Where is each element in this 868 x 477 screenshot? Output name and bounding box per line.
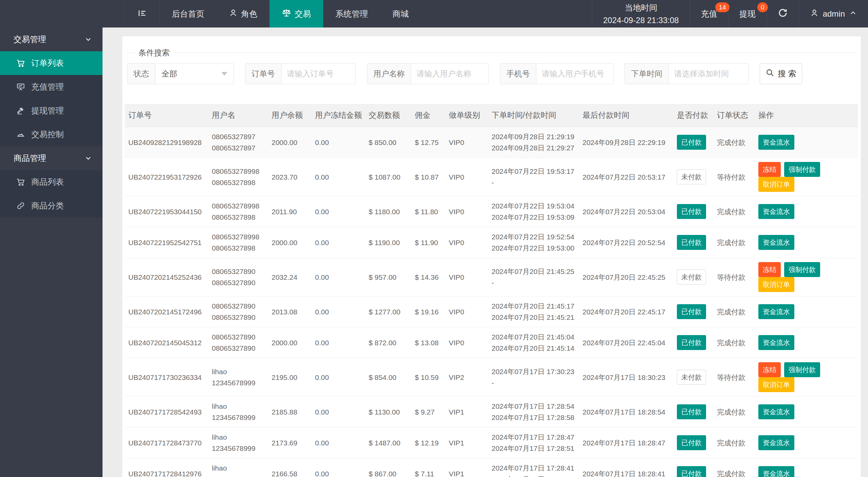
sidebar-item-label: 交易控制 <box>31 129 64 140</box>
sidebar-item-label: 订单列表 <box>31 58 64 69</box>
phone-filter-label: 手机号 <box>500 63 536 84</box>
recharge-button[interactable]: 充值 14 <box>690 0 728 27</box>
last-pay-time-cell-text: 2024年07月22日 20:52:54 <box>583 237 670 248</box>
nav-item-trade[interactable]: 交易 <box>270 0 323 27</box>
action-flow-button[interactable]: 资金流水 <box>758 404 794 419</box>
sidebar-item-trade-control[interactable]: 交易控制 <box>0 123 103 146</box>
order-pay-time-cell-text: 2024年07月17日 17:28:41 <box>492 462 576 474</box>
action-freeze-button[interactable]: 冻结 <box>758 362 781 377</box>
unpaid-badge[interactable]: 未付款 <box>677 169 706 184</box>
order-no-cell: UB2407221952542751 <box>125 227 208 258</box>
nav-item-roles[interactable]: 角色 <box>217 0 270 27</box>
action-cancel-button[interactable]: 取消订单 <box>758 177 794 192</box>
balance-cell: 2166.58 <box>268 458 312 477</box>
admin-menu[interactable]: admin <box>799 0 868 27</box>
user-cell-text: 12345678999 <box>212 474 265 477</box>
amount-cell: $ 1190.00 <box>365 227 411 258</box>
paid-status-cell: 已付款 <box>673 397 714 427</box>
order-no-filter-label: 订单号 <box>245 63 281 84</box>
paid-badge[interactable]: 已付款 <box>677 404 706 419</box>
amount-cell: $ 1277.00 <box>365 296 411 327</box>
action-cancel-button[interactable]: 取消订单 <box>758 277 794 292</box>
amount-cell: $ 872.00 <box>365 327 411 358</box>
amount-cell-text: $ 1180.00 <box>369 206 408 217</box>
action-flow-button[interactable]: 资金流水 <box>758 235 794 250</box>
unpaid-badge[interactable]: 未付款 <box>677 270 706 285</box>
action-flow-button[interactable]: 资金流水 <box>758 135 794 150</box>
sidebar-item-withdraw-management[interactable]: 提现管理 <box>0 99 103 123</box>
order-pay-time-cell-text: 2024年07月20日 21:45:21 <box>492 312 576 323</box>
action-flow-button[interactable]: 资金流水 <box>758 304 794 319</box>
paid-badge[interactable]: 已付款 <box>677 235 706 250</box>
sidebar: 交易管理 订单列表 充值管理 提现管理 交易控制 <box>0 27 103 477</box>
balance-cell: 2000.00 <box>268 127 312 158</box>
local-time-value: 2024-09-28 21:33:08 <box>603 14 679 26</box>
action-freeze-button[interactable]: 冻结 <box>758 262 781 277</box>
order-no-cell: UB2407202145172496 <box>125 296 208 327</box>
last-pay-time-cell: 2024年09月28日 22:29:19 <box>579 127 673 158</box>
gauge-icon <box>16 130 25 139</box>
actions-cell: 资金流水 <box>755 196 858 227</box>
order-pay-time-cell-text: 2024年07月22日 19:52:54 <box>492 231 576 242</box>
sidebar-group-product-items: 商品列表 商品分类 <box>0 170 103 218</box>
sidebar-toggle-button[interactable] <box>125 0 160 27</box>
nav-label: 后台首页 <box>172 8 204 19</box>
order-no-input[interactable] <box>281 63 355 84</box>
user-cell-text: lihao <box>212 366 265 377</box>
order-no-cell-text: UB2407202145172496 <box>128 306 205 317</box>
column-header-3: 用户冻结金额 <box>312 104 365 127</box>
vip-level-cell: VIP1 <box>445 427 488 458</box>
action-freeze-button[interactable]: 冻结 <box>758 162 781 177</box>
sidebar-group-product-management[interactable]: 商品管理 <box>0 146 103 170</box>
amount-cell: $ 1487.00 <box>365 427 411 458</box>
sidebar-item-product-category[interactable]: 商品分类 <box>0 194 103 218</box>
sidebar-group-trade-management[interactable]: 交易管理 <box>0 27 103 51</box>
paid-badge[interactable]: 已付款 <box>677 466 706 477</box>
frozen-cell: 0.00 <box>312 358 365 397</box>
sidebar-item-order-list[interactable]: 订单列表 <box>0 51 103 75</box>
action-force-button[interactable]: 强制付款 <box>784 162 820 177</box>
vip-level-cell: VIP1 <box>445 458 488 477</box>
status-select[interactable]: 全部 <box>155 63 234 84</box>
unpaid-badge[interactable]: 未付款 <box>677 370 706 385</box>
paid-badge[interactable]: 已付款 <box>677 304 706 319</box>
nav-item-mall[interactable]: 商城 <box>380 0 421 27</box>
nav-item-dashboard[interactable]: 后台首页 <box>160 0 217 27</box>
frozen-cell: 0.00 <box>312 458 365 477</box>
action-flow-button[interactable]: 资金流水 <box>758 204 794 219</box>
user-cell-text: 08065327890 <box>212 300 265 312</box>
order-status-cell-text: 完成付款 <box>717 306 752 317</box>
commission-cell-text: $ 11.80 <box>415 206 442 217</box>
action-flow-button[interactable]: 资金流水 <box>758 435 794 450</box>
filter-bar: 状态 全部 订单号 用户名称 手机号 下单时间 <box>127 63 858 84</box>
last-pay-time-cell: 2024年07月22日 20:53:17 <box>579 158 673 196</box>
sidebar-item-recharge-management[interactable]: 充值管理 <box>0 75 103 99</box>
action-force-button[interactable]: 强制付款 <box>784 362 820 377</box>
nav-label: 角色 <box>241 8 257 19</box>
action-force-button[interactable]: 强制付款 <box>784 262 820 277</box>
order-no-cell-text: UB2407221953172926 <box>128 171 205 183</box>
refresh-button[interactable] <box>767 0 799 27</box>
order-pay-time-cell: 2024年07月17日 17:28:472024年07月17日 17:28:51 <box>488 427 579 458</box>
action-flow-button[interactable]: 资金流水 <box>758 335 794 350</box>
withdraw-button[interactable]: 提现 0 <box>728 0 767 27</box>
sidebar-item-product-list[interactable]: 商品列表 <box>0 170 103 194</box>
user-cell-text: 080653278998 <box>212 200 265 212</box>
paid-badge[interactable]: 已付款 <box>677 135 706 150</box>
nav-item-system[interactable]: 系统管理 <box>323 0 380 27</box>
order-time-input[interactable] <box>669 63 748 84</box>
search-icon <box>765 68 774 79</box>
commission-cell-text: $ 12.75 <box>415 137 442 148</box>
paid-badge[interactable]: 已付款 <box>677 435 706 450</box>
table-row: UB24072021450453120806532789008065327890… <box>125 327 858 358</box>
orders-table: 订单号用户名用户余额用户冻结金额交易数额佣金做单级别下单时间/付款时间最后付款时… <box>125 104 858 477</box>
phone-input[interactable] <box>536 63 613 84</box>
action-cancel-button[interactable]: 取消订单 <box>758 377 794 392</box>
paid-badge[interactable]: 已付款 <box>677 204 706 219</box>
action-flow-button[interactable]: 资金流水 <box>758 466 794 477</box>
user-name-input[interactable] <box>411 63 488 84</box>
balance-cell-text: 2000.00 <box>272 237 308 248</box>
search-button[interactable]: 搜 索 <box>760 63 802 84</box>
paid-badge[interactable]: 已付款 <box>677 335 706 350</box>
amount-cell-text: $ 1190.00 <box>369 237 408 248</box>
